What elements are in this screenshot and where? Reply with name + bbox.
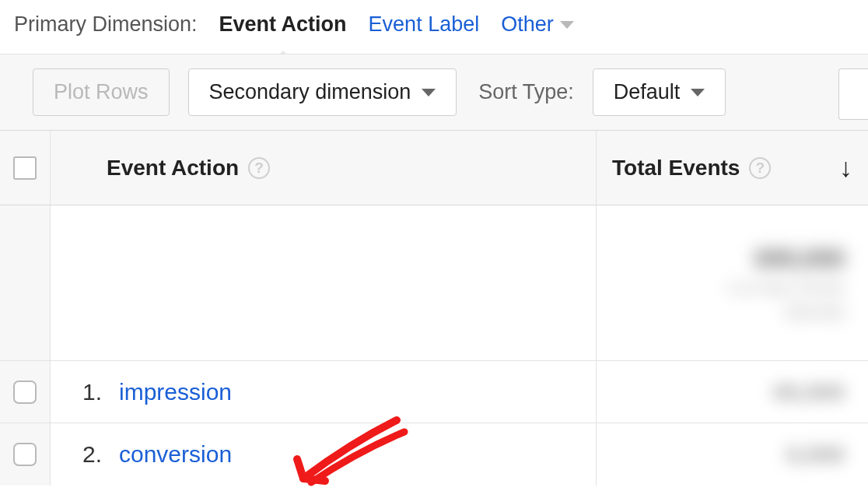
table: Event Action ? Total Events ? ↓ 000,000 … [0,131,868,486]
help-icon[interactable]: ? [248,157,270,179]
tab-other[interactable]: Other [501,12,574,37]
summary-action-cell [51,205,596,360]
header-event-action-label: Event Action [107,156,239,181]
redacted-value: 00,000 [773,379,845,405]
table-row: 2. conversion 0,000 [0,423,868,486]
table-row: 1. impression 00,000 [0,361,868,423]
primary-dimension-label: Primary Dimension: [14,12,198,37]
plot-rows-button: Plot Rows [33,68,170,116]
select-all-checkbox[interactable] [13,156,37,180]
header-total-events[interactable]: Total Events ? ↓ [596,131,868,205]
row-checkbox[interactable] [13,381,37,404]
event-action-link[interactable]: impression [119,379,232,405]
summary-checkbox-cell [0,205,51,360]
tab-event-action[interactable]: Event Action [219,12,347,37]
chevron-down-icon [560,21,574,29]
header-event-action[interactable]: Event Action ? [51,131,596,205]
row-total-cell: 0,000 [596,423,868,486]
header-total-events-label: Total Events [612,156,740,181]
header-checkbox-cell [0,131,51,205]
redacted-value: 000,000 % of Total: 00.00% (000,000) [728,244,845,321]
help-icon[interactable]: ? [749,157,771,179]
summary-total-cell: 000,000 % of Total: 00.00% (000,000) [596,205,868,360]
row-action-cell: 1. impression [51,361,596,423]
row-action-cell: 2. conversion [51,423,596,486]
toolbar: Plot Rows Secondary dimension Sort Type:… [0,54,868,131]
chevron-down-icon [422,89,436,96]
sort-type-label: Sort Type: [478,80,574,104]
chevron-down-icon [691,89,705,96]
primary-dimension-bar: Primary Dimension: Event Action Event La… [0,0,868,54]
row-checkbox[interactable] [13,443,37,466]
sort-type-value: Default [614,80,681,104]
row-number: 1. [74,379,102,405]
sort-desc-icon: ↓ [839,153,852,183]
plot-rows-label: Plot Rows [54,80,149,104]
row-checkbox-cell [0,423,51,486]
row-total-cell: 00,000 [596,361,868,423]
secondary-dimension-label: Secondary dimension [209,80,411,104]
redacted-value: 0,000 [786,441,845,468]
row-number: 2. [74,441,102,468]
sort-type-dropdown[interactable]: Default [593,68,726,116]
tab-event-label[interactable]: Event Label [369,12,480,37]
summary-row: 000,000 % of Total: 00.00% (000,000) [0,205,868,361]
tab-other-label: Other [501,12,554,37]
search-input[interactable] [838,68,868,120]
table-header: Event Action ? Total Events ? ↓ [0,131,868,205]
row-checkbox-cell [0,361,51,423]
secondary-dimension-dropdown[interactable]: Secondary dimension [188,68,457,116]
event-action-link[interactable]: conversion [119,441,232,468]
